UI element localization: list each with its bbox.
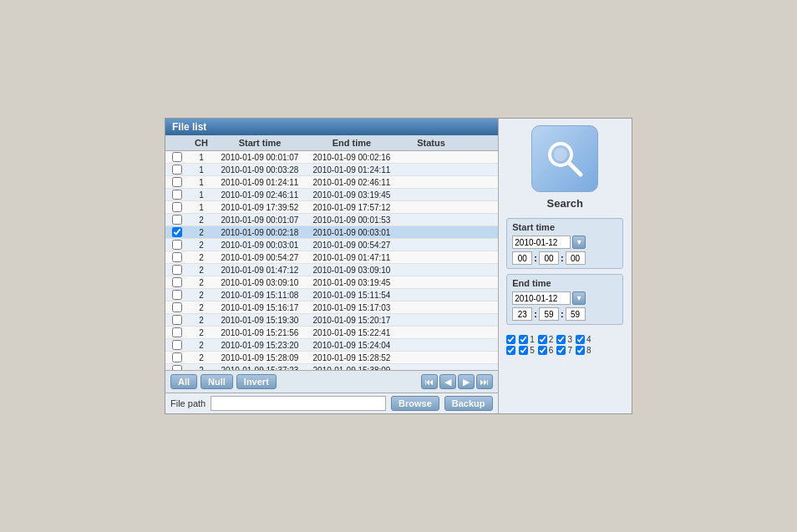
row-checkbox[interactable] [172,352,182,362]
row-end: 2010-01-09 03:19:45 [306,277,398,288]
row-end: 2010-01-09 00:01:53 [306,215,398,225]
row-start: 2010-01-09 17:39:52 [214,202,306,213]
channel-checkbox-2[interactable] [538,335,547,344]
row-end: 2010-01-09 17:57:12 [306,202,398,213]
channel-item-6[interactable]: 6 [538,346,554,355]
browse-button[interactable]: Browse [391,396,439,411]
right-panel: Search Start time ▼ : : End time ▼ [499,119,632,413]
file-path-label: File path [170,398,206,408]
row-checkbox[interactable] [172,202,182,212]
row-end: 2010-01-09 15:24:04 [306,340,398,351]
end-min-input[interactable] [539,307,559,321]
row-checkbox[interactable] [172,315,182,325]
col-ch: CH [189,137,214,149]
channel-lead-1[interactable] [506,346,515,355]
row-check[interactable] [165,301,189,313]
backup-button[interactable]: Backup [444,396,493,411]
row-check[interactable] [165,352,189,363]
row-checkbox[interactable] [172,365,182,370]
row-checkbox[interactable] [172,327,182,337]
channel-item-3[interactable]: 3 [556,335,572,344]
invert-button[interactable]: Invert [236,374,277,389]
nav-button-3[interactable]: ⏭ [476,374,493,389]
row-end: 2010-01-09 00:03:01 [306,227,398,238]
row-start: 2010-01-09 15:11:08 [214,290,306,301]
nav-button-0[interactable]: ⏮ [421,374,438,389]
start-cal-button[interactable]: ▼ [572,236,586,249]
end-sec-input[interactable] [566,307,586,321]
row-checkbox[interactable] [172,152,182,162]
row-check[interactable] [165,176,189,188]
channel-checkbox-4[interactable] [576,335,585,344]
channel-item-4[interactable]: 4 [576,335,591,344]
channel-lead-checkbox[interactable] [506,335,515,344]
all-button[interactable]: All [170,374,197,389]
row-check[interactable] [165,164,189,175]
row-checkbox[interactable] [172,215,182,225]
nav-button-2[interactable]: ▶ [458,374,475,389]
row-check[interactable] [165,239,189,251]
channel-item-5[interactable]: 5 [519,346,535,355]
row-checkbox[interactable] [172,252,182,262]
row-check[interactable] [165,214,189,225]
row-checkbox[interactable] [172,277,182,287]
row-checkbox[interactable] [172,227,182,237]
end-hour-input[interactable] [512,307,532,321]
row-checkbox[interactable] [172,240,182,250]
row-check[interactable] [165,226,189,238]
row-check[interactable] [165,201,189,213]
row-checkbox[interactable] [172,165,182,175]
start-date-input[interactable] [512,236,571,249]
row-check[interactable] [165,151,189,163]
row-check[interactable] [165,251,189,263]
row-check[interactable] [165,189,189,200]
channel-item-8[interactable]: 8 [576,346,591,355]
row-checkbox[interactable] [172,190,182,200]
start-hour-input[interactable] [512,251,532,265]
channel-lead-checkbox[interactable] [506,346,515,355]
row-check[interactable] [165,339,189,351]
end-date-row: ▼ [512,291,617,305]
row-checkbox[interactable] [172,177,182,187]
row-ch: 2 [189,365,214,371]
channel-checkbox-7[interactable] [556,346,566,355]
channel-lead-0[interactable] [506,335,515,344]
col-start: Start time [214,137,306,149]
channel-checkbox-6[interactable] [538,346,547,355]
row-check[interactable] [165,327,189,338]
channel-checkbox-1[interactable] [519,335,528,344]
row-check[interactable] [165,276,189,288]
row-checkbox[interactable] [172,265,182,275]
channel-checkbox-5[interactable] [519,346,528,355]
row-status [398,369,464,370]
table-row: 2 2010-01-09 00:54:27 2010-01-09 01:47:1… [165,251,498,264]
file-path-input[interactable] [211,396,386,411]
null-button[interactable]: Null [201,374,233,389]
end-date-input[interactable] [512,291,571,305]
row-check[interactable] [165,314,189,326]
channel-checkbox-3[interactable] [556,335,566,344]
row-start: 2010-01-09 00:03:01 [214,240,306,251]
channel-item-2[interactable]: 2 [538,335,554,344]
row-check[interactable] [165,364,189,370]
row-end: 2010-01-09 01:47:11 [306,252,398,263]
row-end: 2010-01-09 01:24:11 [306,165,398,175]
row-start: 2010-01-09 15:16:17 [214,302,306,313]
row-checkbox[interactable] [172,340,182,350]
row-checkbox[interactable] [172,290,182,300]
channel-checkbox-8[interactable] [576,346,585,355]
row-check[interactable] [165,264,189,276]
start-min-input[interactable] [539,251,559,265]
channel-item-1[interactable]: 1 [519,335,535,344]
col-check [165,137,189,149]
start-sec-input[interactable] [566,251,586,265]
channel-item-7[interactable]: 7 [556,346,572,355]
row-end: 2010-01-09 15:20:17 [306,315,398,326]
row-status [398,344,464,346]
row-status [398,219,464,220]
file-list-header: File list [165,119,498,135]
row-checkbox[interactable] [172,302,182,312]
nav-button-1[interactable]: ◀ [439,374,456,389]
row-check[interactable] [165,289,189,301]
end-cal-button[interactable]: ▼ [572,291,586,305]
